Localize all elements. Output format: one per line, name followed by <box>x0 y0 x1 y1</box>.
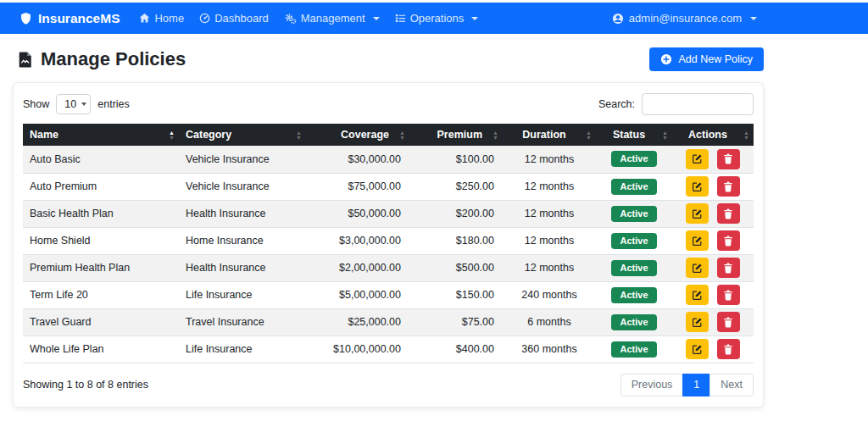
sort-icon: ▲▼ <box>492 130 498 140</box>
pagination-page-1[interactable]: 1 <box>682 374 710 397</box>
policy-status-cell: Active <box>596 308 672 336</box>
column-header-premium[interactable]: Premium▲▼ <box>409 124 503 146</box>
policy-coverage-cell: $10,00,000.00 <box>306 336 409 363</box>
policy-status-cell: Active <box>596 227 672 254</box>
brand-link[interactable]: InsuranceMS <box>19 11 120 26</box>
policy-duration-cell: 12 months <box>503 146 596 173</box>
status-badge: Active <box>611 206 656 222</box>
column-header-actions[interactable]: Actions▲▼ <box>672 124 754 146</box>
table-row: Auto Basic Vehicle Insurance $30,000.00 … <box>23 146 754 173</box>
policy-name-cell: Whole Life Plan <box>23 336 179 363</box>
policy-status-cell: Active <box>596 200 672 227</box>
edit-button[interactable] <box>686 285 709 305</box>
status-badge: Active <box>611 233 656 249</box>
shield-icon <box>19 12 32 25</box>
policy-status-cell: Active <box>596 281 672 308</box>
nav-item-operations[interactable]: Operations <box>387 12 487 25</box>
user-menu[interactable]: admin@insurance.com <box>612 12 757 25</box>
policy-actions-cell <box>672 173 754 200</box>
navbar-container: InsuranceMS Home Dashboard Management <box>13 11 764 26</box>
edit-button[interactable] <box>686 149 709 169</box>
delete-button[interactable] <box>717 230 740 251</box>
table-row: Term Life 20 Life Insurance $5,00,000.00… <box>23 281 754 308</box>
pagination: Previous 1 Next <box>620 374 754 397</box>
edit-button[interactable] <box>686 258 709 278</box>
add-new-policy-button[interactable]: Add New Policy <box>649 47 764 71</box>
column-header-coverage[interactable]: Coverage▲▼ <box>306 124 409 146</box>
policy-duration-cell: 12 months <box>503 173 596 200</box>
pagination-previous[interactable]: Previous <box>620 374 684 397</box>
page-length-select-wrap: 10 <box>56 94 91 114</box>
gears-icon <box>284 13 297 25</box>
policy-duration-cell: 12 months <box>503 227 596 254</box>
policy-coverage-cell: $50,000.00 <box>306 200 409 227</box>
trash-icon <box>723 153 733 164</box>
policy-premium-cell: $150.00 <box>409 281 503 308</box>
policy-coverage-cell: $2,00,000.00 <box>306 254 409 281</box>
policy-actions-cell <box>672 336 754 363</box>
status-badge: Active <box>611 179 656 195</box>
pencil-square-icon <box>692 263 703 274</box>
policy-actions-cell <box>672 254 754 281</box>
delete-button[interactable] <box>717 258 740 278</box>
delete-button[interactable] <box>717 176 740 197</box>
user-email: admin@insurance.com <box>629 12 742 25</box>
table-row: Basic Health Plan Health Insurance $50,0… <box>23 200 754 227</box>
nav-item-home[interactable]: Home <box>131 12 192 25</box>
column-header-category[interactable]: Category▲▼ <box>179 124 306 146</box>
show-label: Show <box>23 98 49 110</box>
status-badge: Active <box>611 260 656 276</box>
pencil-square-icon <box>692 208 703 219</box>
policy-category-cell: Travel Insurance <box>179 308 306 336</box>
edit-button[interactable] <box>686 176 709 197</box>
nav-links: Home Dashboard Management Operations <box>131 12 486 25</box>
policy-status-cell: Active <box>596 336 672 363</box>
trash-icon <box>723 181 733 192</box>
policy-category-cell: Home Insurance <box>179 227 306 254</box>
page-length-select[interactable]: 10 <box>56 94 91 114</box>
nav-item-dashboard[interactable]: Dashboard <box>192 12 276 25</box>
policy-premium-cell: $500.00 <box>409 254 503 281</box>
policy-name-cell: Travel Guard <box>23 308 179 336</box>
brand-label: InsuranceMS <box>38 11 120 26</box>
plus-circle-icon <box>660 53 672 65</box>
nav-item-label: Management <box>301 12 365 25</box>
table-footer: Showing 1 to 8 of 8 entries Previous 1 N… <box>23 374 754 397</box>
policies-table: Name▲▼ Category▲▼ Coverage▲▼ Premium▲▼ D… <box>23 124 754 363</box>
trash-icon <box>723 344 733 355</box>
delete-button[interactable] <box>717 312 740 332</box>
nav-item-management[interactable]: Management <box>276 12 387 25</box>
delete-button[interactable] <box>717 203 740 224</box>
edit-button[interactable] <box>686 312 709 332</box>
sort-icon: ▲▼ <box>296 130 302 140</box>
policy-actions-cell <box>672 227 754 254</box>
edit-button[interactable] <box>686 203 709 224</box>
delete-button[interactable] <box>717 285 740 305</box>
policy-category-cell: Vehicle Insurance <box>179 173 306 200</box>
policy-name-cell: Home Shield <box>23 227 179 254</box>
delete-button[interactable] <box>717 149 740 169</box>
policy-name-cell: Term Life 20 <box>23 281 179 308</box>
search-input[interactable] <box>642 93 754 115</box>
trash-icon <box>723 208 733 219</box>
speedometer-icon <box>199 13 210 24</box>
policy-coverage-cell: $25,000.00 <box>306 308 409 336</box>
policy-duration-cell: 240 months <box>503 281 596 308</box>
policy-category-cell: Life Insurance <box>179 336 306 363</box>
column-header-duration[interactable]: Duration▲▼ <box>503 124 596 146</box>
pagination-next[interactable]: Next <box>709 374 754 397</box>
chevron-down-icon <box>373 17 380 20</box>
pencil-square-icon <box>692 153 703 164</box>
entries-label: entries <box>97 98 130 110</box>
sort-icon: ▲▼ <box>169 130 175 140</box>
nav-item-label: Home <box>154 12 184 25</box>
policy-category-cell: Health Insurance <box>179 200 306 227</box>
pencil-square-icon <box>692 290 703 301</box>
column-header-name[interactable]: Name▲▼ <box>23 124 179 146</box>
policy-duration-cell: 12 months <box>503 200 596 227</box>
edit-button[interactable] <box>686 230 709 251</box>
delete-button[interactable] <box>717 339 740 359</box>
edit-button[interactable] <box>686 339 709 359</box>
table-row: Premium Health Plan Health Insurance $2,… <box>23 254 754 281</box>
column-header-status[interactable]: Status▲▼ <box>596 124 672 146</box>
